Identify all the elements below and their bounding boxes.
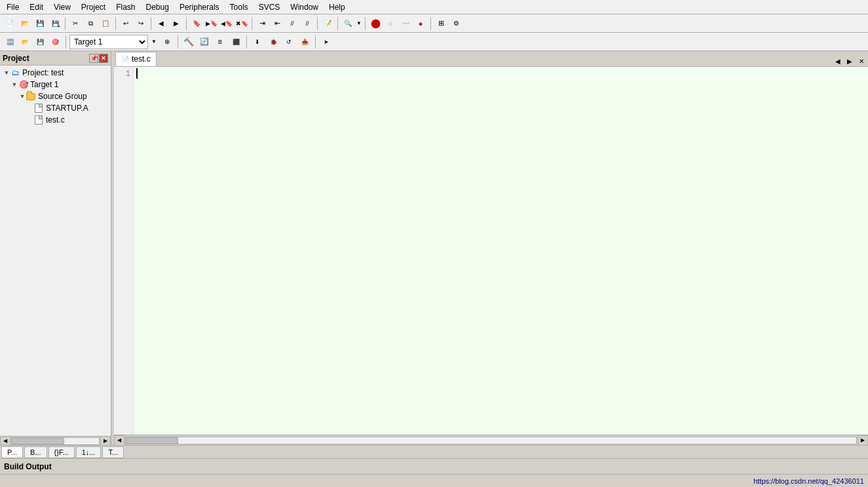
- find-button[interactable]: 🔍: [341, 16, 355, 31]
- tab-scroll-right[interactable]: ▶: [844, 56, 855, 66]
- bottom-tab-f[interactable]: {}F...: [48, 446, 75, 458]
- save-all-button[interactable]: 💾+: [48, 16, 62, 31]
- save-project-button[interactable]: 💾: [33, 35, 47, 49]
- project-panel: Project 📌 ✕ ▼ 🗂 Project: test: [0, 51, 111, 445]
- sep5: [252, 17, 252, 30]
- project-panel-header: Project 📌 ✕: [0, 51, 111, 66]
- settings-button[interactable]: ⚙: [449, 16, 463, 31]
- project-scroll-left[interactable]: ◀: [0, 436, 10, 446]
- project-scroll-right[interactable]: ▶: [100, 436, 111, 446]
- code-area[interactable]: ​: [134, 67, 868, 435]
- uncomment-button[interactable]: //: [300, 16, 314, 31]
- run-to-cursor[interactable]: ➤: [319, 35, 333, 49]
- tree-toggle-source[interactable]: ▼: [18, 92, 26, 100]
- bottom-tabs: P... B... {}F... 1↓... T...: [0, 445, 868, 458]
- build-button[interactable]: 🔨: [181, 35, 196, 49]
- project-scroll-thumb[interactable]: [12, 438, 64, 444]
- copy-button[interactable]: ⧉: [83, 16, 98, 31]
- toolbar2-sep3: [246, 35, 247, 49]
- stop-debug-button[interactable]: ⬤: [368, 16, 383, 31]
- tab-scroll-left[interactable]: ◀: [833, 56, 843, 66]
- download-button[interactable]: ⬇: [250, 35, 265, 49]
- toolbar-view-group: ⊞ ⚙: [434, 16, 463, 31]
- indent-button[interactable]: ⇥: [255, 16, 269, 31]
- sep3: [151, 17, 151, 30]
- find-dropdown[interactable]: ▼: [356, 16, 362, 31]
- start-debug-button[interactable]: 🐞: [266, 35, 280, 49]
- menu-file[interactable]: File: [1, 1, 24, 13]
- load-button[interactable]: 📥: [297, 35, 312, 49]
- menu-window[interactable]: Window: [285, 1, 324, 13]
- target-options-button[interactable]: 🎯: [48, 35, 62, 49]
- toolbar-undo-group: ↩ ↪: [119, 16, 148, 31]
- menu-edit[interactable]: Edit: [24, 1, 48, 13]
- tab-testc[interactable]: 📄 test.c: [115, 52, 157, 66]
- project-icon: 🗂: [10, 68, 21, 78]
- tree-project-root[interactable]: ▼ 🗂 Project: test: [3, 67, 111, 79]
- reset-debug-button[interactable]: ↺: [282, 35, 296, 49]
- paste-button[interactable]: 📋: [98, 16, 113, 31]
- editor-scroll-left[interactable]: ◀: [114, 435, 124, 446]
- run-debug-button[interactable]: ○: [383, 16, 398, 31]
- target-dropdown[interactable]: ▼: [149, 35, 159, 49]
- bm-next-button[interactable]: ▶🔖: [204, 16, 219, 31]
- editor-scroll-track[interactable]: [125, 437, 857, 444]
- target-select[interactable]: Target 1: [69, 35, 148, 49]
- menu-help[interactable]: Help: [324, 1, 350, 13]
- bottom-tab-t[interactable]: T...: [102, 446, 124, 458]
- bookmark-button[interactable]: 🔖: [189, 16, 204, 31]
- tree-target[interactable]: ▼ 🎯 Target 1: [10, 79, 111, 90]
- menu-project[interactable]: Project: [76, 1, 111, 13]
- wave-button[interactable]: 〰: [398, 16, 413, 31]
- nav-fwd-button[interactable]: ▶: [169, 16, 183, 31]
- tree-startup-file[interactable]: STARTUP.A: [26, 102, 111, 114]
- bottom-tab-b[interactable]: B...: [24, 446, 47, 458]
- editor-scroll-right[interactable]: ▶: [858, 435, 868, 446]
- open-project-button[interactable]: 📂: [18, 35, 32, 49]
- new-button[interactable]: 📄: [3, 16, 17, 31]
- grid-button[interactable]: ⊞: [434, 16, 448, 31]
- status-bar: https://blog.csdn.net/qq_42436011: [0, 474, 868, 487]
- bottom-tab-p[interactable]: P...: [1, 446, 23, 458]
- stop-build-button[interactable]: ⬛: [229, 35, 243, 49]
- tab-strip: 📄 test.c: [115, 52, 157, 66]
- tree-toggle-target[interactable]: ▼: [10, 81, 18, 88]
- outdent-button[interactable]: ⇤: [270, 16, 284, 31]
- new-project-button[interactable]: 🆕: [3, 35, 17, 49]
- bm-clear-button[interactable]: ✖🔖: [235, 16, 249, 31]
- toolbar2-sep4: [315, 35, 316, 49]
- comment-button[interactable]: //: [285, 16, 299, 31]
- open-button[interactable]: 📂: [18, 16, 32, 31]
- panels-row: Project 📌 ✕ ▼ 🗂 Project: test: [0, 51, 868, 445]
- target-select-btn[interactable]: ⊕: [160, 35, 174, 49]
- nav-back-button[interactable]: ◀: [154, 16, 168, 31]
- undo-button[interactable]: ↩: [119, 16, 133, 31]
- tab-close-btn[interactable]: ✕: [856, 56, 867, 66]
- menu-peripherals[interactable]: Peripherals: [174, 1, 225, 13]
- sep9: [430, 17, 431, 30]
- cut-button[interactable]: ✂: [68, 16, 83, 31]
- bm-prev-button[interactable]: ◀🔖: [219, 16, 234, 31]
- dot-button[interactable]: ●: [413, 16, 428, 31]
- batch-build-button[interactable]: B: [213, 35, 227, 49]
- redo-button[interactable]: ↪: [134, 16, 148, 31]
- editor-scroll-thumb[interactable]: [126, 437, 178, 444]
- project-scroll-track[interactable]: [11, 437, 100, 445]
- tree-testc-file[interactable]: test.c: [26, 114, 111, 126]
- bottom-tab-1[interactable]: 1↓...: [76, 446, 102, 458]
- tree-source-group[interactable]: ▼ Source Group: [18, 90, 111, 102]
- snippet-button[interactable]: 📝: [320, 16, 335, 31]
- menu-svcs[interactable]: SVCS: [254, 1, 286, 13]
- project-close-button[interactable]: ✕: [99, 54, 108, 63]
- line-number-1: 1: [117, 68, 130, 80]
- save-button[interactable]: 💾: [33, 16, 47, 31]
- menu-tools[interactable]: Tools: [225, 1, 254, 13]
- build-output-bar: Build Output: [0, 458, 868, 474]
- rebuild-button[interactable]: 🔄: [197, 35, 212, 49]
- menu-debug[interactable]: Debug: [141, 1, 174, 13]
- menu-flash[interactable]: Flash: [111, 1, 140, 13]
- menu-view[interactable]: View: [48, 1, 76, 13]
- tree-toggle-project[interactable]: ▼: [3, 69, 10, 77]
- testc-file-icon: [34, 115, 45, 125]
- project-pin-button[interactable]: 📌: [89, 54, 98, 63]
